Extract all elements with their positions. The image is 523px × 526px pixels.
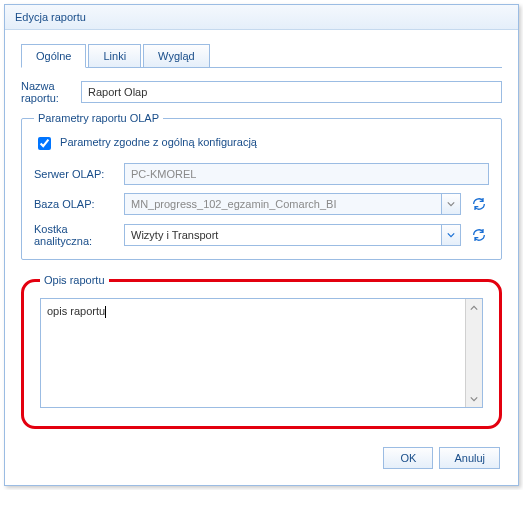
- chevron-down-icon: [470, 395, 478, 403]
- olap-params-legend: Parametry raportu OLAP: [34, 112, 163, 124]
- olap-params-fieldset: Parametry raportu OLAP Parametry zgodne …: [21, 112, 502, 260]
- chevron-down-icon: [447, 200, 455, 208]
- tab-appearance[interactable]: Wygląd: [143, 44, 210, 67]
- scroll-down-button[interactable]: [466, 390, 482, 407]
- database-refresh-button[interactable]: [469, 194, 489, 214]
- description-textarea-wrap: opis raportu: [40, 298, 483, 408]
- tab-general[interactable]: Ogólne: [21, 44, 86, 68]
- description-textarea[interactable]: opis raportu: [41, 299, 465, 407]
- config-checkbox[interactable]: [38, 137, 51, 150]
- cube-row: Kostka analityczna:: [34, 223, 489, 247]
- scroll-up-button[interactable]: [466, 299, 482, 316]
- content-area: Ogólne Linki Wygląd Nazwa raportu: Param…: [5, 30, 518, 485]
- description-legend: Opis raportu: [40, 274, 109, 286]
- cube-combo: [124, 224, 461, 246]
- refresh-icon: [471, 227, 487, 243]
- description-value: opis raportu: [47, 305, 105, 317]
- config-checkbox-label: Parametry zgodne z ogólną konfiguracją: [60, 136, 257, 148]
- tab-bar: Ogólne Linki Wygląd: [21, 44, 502, 68]
- database-input: [124, 193, 441, 215]
- scrollbar[interactable]: [465, 299, 482, 407]
- text-cursor: [105, 306, 106, 318]
- chevron-up-icon: [470, 304, 478, 312]
- dialog-buttons: OK Anuluj: [21, 443, 502, 475]
- database-label: Baza OLAP:: [34, 198, 124, 210]
- window-title: Edycja raportu: [5, 5, 518, 30]
- config-checkbox-row: Parametry zgodne z ogólną konfiguracją: [34, 134, 489, 153]
- chevron-down-icon: [447, 231, 455, 239]
- cancel-button[interactable]: Anuluj: [439, 447, 500, 469]
- tab-links[interactable]: Linki: [88, 44, 141, 67]
- server-label: Serwer OLAP:: [34, 168, 124, 180]
- database-combo: [124, 193, 461, 215]
- database-row: Baza OLAP:: [34, 193, 489, 215]
- cube-input[interactable]: [124, 224, 441, 246]
- description-fieldset: Opis raportu opis raportu: [21, 274, 502, 429]
- cube-dropdown-button[interactable]: [441, 224, 461, 246]
- report-name-label: Nazwa raportu:: [21, 80, 81, 104]
- refresh-icon: [471, 196, 487, 212]
- server-input: [124, 163, 489, 185]
- dialog-window: Edycja raportu Ogólne Linki Wygląd Nazwa…: [4, 4, 519, 486]
- report-name-input[interactable]: [81, 81, 502, 103]
- server-row: Serwer OLAP:: [34, 163, 489, 185]
- cube-refresh-button[interactable]: [469, 225, 489, 245]
- ok-button[interactable]: OK: [383, 447, 433, 469]
- database-dropdown-button[interactable]: [441, 193, 461, 215]
- cube-label: Kostka analityczna:: [34, 223, 124, 247]
- report-name-row: Nazwa raportu:: [21, 80, 502, 104]
